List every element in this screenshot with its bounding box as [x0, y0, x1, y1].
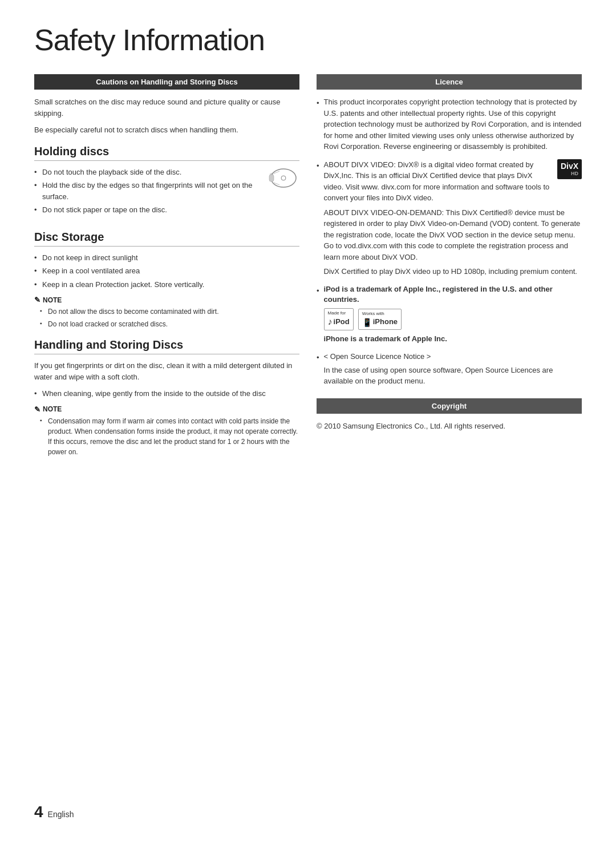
divx-logo-text: DivX [561, 161, 578, 171]
handling-storing-list: When cleaning, wipe gently from the insi… [34, 388, 299, 399]
right-col-body: • This product incorporates copyright pr… [317, 96, 582, 387]
disc-storage-title: Disc Storage [34, 231, 299, 247]
iphone-trademark-text: iPhone is a trademark of Apple Inc. [324, 334, 582, 344]
page-title: Safety Information [34, 23, 582, 57]
note-item: Do not allow the discs to become contami… [40, 306, 299, 317]
licence-header: Licence [317, 74, 582, 90]
copyright-header: Copyright [317, 398, 582, 414]
divx-certified-text: DivX Certified to play DivX video up to … [324, 266, 582, 277]
note-item: Condensation may form if warm air comes … [40, 416, 299, 457]
divx-hd-text: HD [561, 171, 578, 177]
list-item: Do not keep in direct sunlight [34, 252, 299, 264]
bullet-dot: • [317, 352, 319, 364]
about-divx-text: ABOUT DIVX VIDEO: DivX® is a digital vid… [324, 159, 582, 204]
licence-body-text: This product incorporates copyright prot… [324, 96, 582, 152]
ipod-note-icon: ♪ [328, 316, 333, 328]
iphone-label: iPhone [373, 317, 398, 327]
iphone-icon: 📱 [362, 317, 372, 328]
apple-section: • iPod is a trademark of Apple Inc., reg… [317, 284, 582, 345]
list-item: Do not stick paper or tape on the disc. [34, 204, 299, 216]
bullet-dot: • [317, 285, 319, 297]
badge-row: Made for ♪ iPod Works with [324, 308, 582, 330]
note-item: Do not load cracked or scratched discs. [40, 319, 299, 329]
intro-text-2: Be especially careful not to scratch dis… [34, 124, 299, 136]
handling-note-list: Condensation may form if warm air comes … [34, 416, 299, 457]
licence-body-section: • This product incorporates copyright pr… [317, 96, 582, 152]
copyright-text: © 2010 Samsung Electronics Co., Ltd. All… [317, 421, 582, 432]
works-with-iphone-badge: Works with 📱 iPhone [358, 309, 402, 330]
list-item: Hold the disc by the edges so that finge… [34, 180, 299, 202]
list-item: Do not touch the playback side of the di… [34, 167, 299, 178]
page-number: 4 [34, 803, 43, 821]
handling-storing-body: If you get fingerprints or dirt on the d… [34, 360, 299, 382]
left-column: Cautions on Handling and Storing Discs S… [34, 74, 299, 463]
ipod-label: iPod [334, 317, 350, 327]
handling-note: NOTE Condensation may form if warm air c… [34, 405, 299, 457]
list-item: Keep in a clean Protection jacket. Store… [34, 279, 299, 290]
bullet-dot: • [317, 160, 319, 172]
page-number-row: 4 English [34, 803, 74, 821]
right-column: Licence • This product incorporates copy… [317, 74, 582, 463]
intro-text-1: Small scratches on the disc may reduce s… [34, 96, 299, 119]
list-item: When cleaning, wipe gently from the insi… [34, 388, 299, 399]
open-source-desc: In the case of using open source softwar… [324, 365, 582, 387]
open-source-section: • < Open Source Licence Notice > In the … [317, 351, 582, 387]
open-source-link[interactable]: < Open Source Licence Notice > [324, 352, 431, 361]
made-for-label: Made for [328, 310, 350, 316]
works-with-label: Works with [362, 311, 398, 317]
cautions-header: Cautions on Handling and Storing Discs [34, 74, 299, 90]
list-item: Keep in a cool ventilated area [34, 265, 299, 277]
disc-storage-note-list: Do not allow the discs to become contami… [34, 306, 299, 329]
disc-storage-list: Do not keep in direct sunlight Keep in a… [34, 252, 299, 290]
divx-section: • DivX HD ABOUT DIVX VIDEO: DivX® is a d… [317, 159, 582, 277]
copyright-section: Copyright © 2010 Samsung Electronics Co.… [317, 398, 582, 432]
divx-logo: DivX HD [557, 159, 582, 180]
made-for-ipod-badge: Made for ♪ iPod [324, 308, 354, 330]
holding-discs-list: Do not touch the playback side of the di… [34, 167, 299, 216]
handling-storing-title: Handling and Storing Discs [34, 338, 299, 354]
disc-storage-note: NOTE Do not allow the discs to become co… [34, 296, 299, 329]
ipod-trademark-text: iPod is a trademark of Apple Inc., regis… [324, 284, 582, 305]
about-vod-text: ABOUT DIVX VIDEO-ON-DEMAND: This DivX Ce… [324, 207, 582, 263]
holding-discs-title: Holding discs [34, 145, 299, 161]
page-language: English [48, 810, 74, 819]
note-label: NOTE [34, 405, 299, 414]
bullet-dot: • [317, 98, 319, 109]
note-label: NOTE [34, 296, 299, 304]
